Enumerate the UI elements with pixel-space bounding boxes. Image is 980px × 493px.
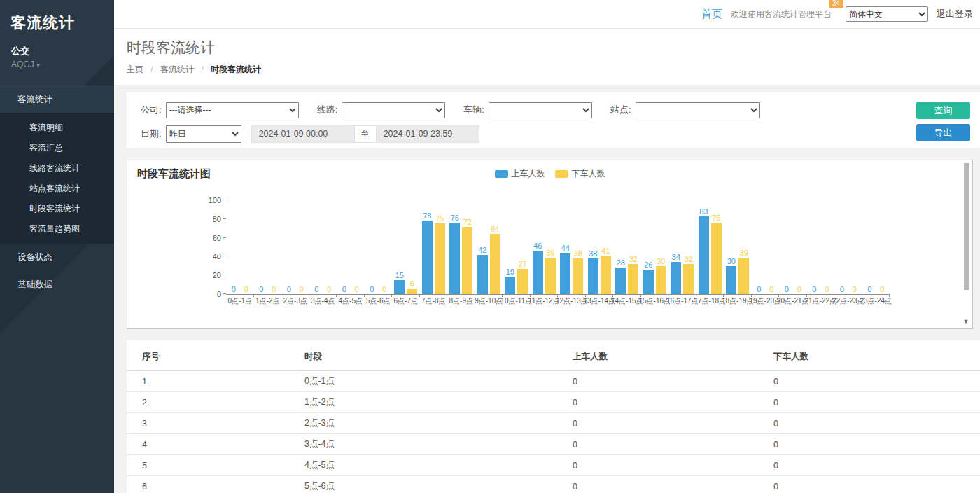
sidebar-subitem-2[interactable]: 线路客流统计 (0, 158, 114, 179)
sidebar-item-base-data[interactable]: 基础数据 (0, 271, 114, 298)
bar-value-label: 78 (423, 211, 431, 221)
sidebar-subitem-5[interactable]: 客流量趋势图 (0, 219, 114, 239)
bar-value-label: 19 (506, 268, 514, 277)
legend-item[interactable]: 上车人数 (495, 168, 545, 180)
chart-group: 384113点-14点 (586, 200, 614, 294)
x-axis-tick (281, 294, 281, 297)
bar-value-label: 75 (435, 214, 444, 223)
y-axis-tick-label: 40 (202, 252, 226, 261)
filter-panel: 公司: ---请选择--- 线路: 车辆: 站点: 日期: (127, 92, 980, 148)
table-row: 21点-2点00 (127, 392, 980, 413)
table-header-row: 序号 时段 上车人数 下车人数 (127, 343, 980, 371)
station-label: 站点: (610, 104, 631, 116)
bar (394, 280, 405, 294)
x-axis-label: 1点-2点 (255, 296, 279, 306)
x-axis-label: 4点-5点 (339, 296, 363, 306)
table-cell: 2 (127, 392, 289, 413)
bar-boarding: 42 (477, 200, 488, 294)
org-code-dropdown[interactable]: AQGJ ▾ (0, 57, 114, 69)
bar-value-label: 32 (685, 255, 693, 264)
table-row: 10点-1点00 (127, 371, 980, 392)
bar-value-label: 0 (314, 285, 318, 294)
sidebar-subitem-4[interactable]: 时段客流统计 (0, 199, 114, 219)
vehicle-select[interactable] (489, 102, 592, 118)
bar (490, 234, 500, 294)
bar-value-label: 0 (232, 285, 236, 294)
org-name: 公交 (0, 34, 114, 57)
scroll-down-arrow-icon[interactable]: ▼ (962, 317, 969, 326)
chart-group: 0020点-21点 (779, 200, 807, 294)
breadcrumb-passenger-stats[interactable]: 客流统计 (160, 64, 194, 74)
bar-value-label: 0 (797, 285, 802, 294)
date-label: 日期: (141, 127, 162, 140)
col-header-index: 序号 (127, 343, 289, 371)
table-cell: 0 (758, 434, 980, 455)
bar-value-label: 39 (740, 249, 748, 258)
breadcrumb-current: 时段客流统计 (211, 64, 261, 74)
line-select[interactable] (342, 102, 445, 118)
date-start-input[interactable] (251, 125, 355, 143)
bar-boarding: 0 (754, 200, 764, 294)
logout-link[interactable]: 退出登录 (937, 8, 973, 20)
bar-boarding: 0 (809, 200, 820, 294)
chart-group: 000点-1点 (226, 200, 254, 294)
bar (462, 227, 472, 294)
station-select[interactable] (636, 102, 760, 118)
breadcrumb-home[interactable]: 主页 (127, 64, 144, 74)
app-logo: 客流统计 (0, 0, 114, 34)
bar-value-label: 0 (370, 285, 374, 294)
table-row: 43点-4点00 (127, 434, 980, 455)
table-cell: 0 (557, 455, 758, 476)
chart-group: 1566点-7点 (392, 200, 420, 294)
scrollbar-thumb[interactable] (964, 163, 969, 290)
chart-group: 343216点-17点 (668, 200, 696, 294)
query-button[interactable]: 查询 (916, 102, 970, 119)
sidebar-subitem-1[interactable]: 客流汇总 (0, 138, 114, 158)
bar-alighting: 72 (462, 200, 472, 294)
export-button[interactable]: 导出 (916, 124, 970, 141)
x-axis-label: 11点-12点 (528, 296, 560, 306)
home-link[interactable]: 首页 (701, 8, 722, 21)
language-select[interactable]: 简体中文 (846, 6, 928, 22)
x-axis-tick (253, 294, 254, 297)
table-cell: 1点-2点 (289, 392, 557, 413)
date-preset-select[interactable]: 昨日 (166, 125, 241, 143)
table-cell: 0 (557, 413, 758, 434)
table-panel: 序号 时段 上车人数 下车人数 10点-1点0021点-2点0032点-3点00… (127, 340, 980, 493)
x-axis-tick (447, 294, 447, 297)
bar-alighting: 27 (517, 200, 528, 294)
y-axis-tick-label: 100 (202, 196, 226, 204)
x-axis-tick (889, 294, 890, 297)
sidebar-subitem-3[interactable]: 站点客流统计 (0, 179, 114, 199)
chart-group: 001点-2点 (254, 200, 282, 294)
chart-scrollbar[interactable]: ▼ (962, 163, 969, 326)
sidebar-item-passenger-stats[interactable]: 客流统计 (0, 87, 114, 113)
legend-item[interactable]: 下车人数 (555, 168, 606, 180)
chart-group: 002点-3点 (281, 200, 309, 294)
sidebar-menu: 客流统计 客流明细客流汇总线路客流统计站点客流统计时段客流统计客流量趋势图 设备… (0, 86, 114, 298)
bar-value-label: 30 (727, 257, 736, 266)
date-end-input[interactable] (376, 125, 479, 143)
breadcrumb: 主页 / 客流统计 / 时段客流统计 (127, 64, 980, 76)
bar-alighting: 0 (849, 200, 860, 294)
chart-group: 78757点-8点 (420, 200, 448, 294)
chart-group: 0022点-23点 (834, 200, 862, 294)
bar-value-label: 6 (410, 279, 414, 289)
bar (711, 223, 722, 294)
bar-value-label: 15 (396, 271, 404, 280)
chart-group: 76728点-9点 (447, 200, 475, 294)
bar-value-label: 0 (853, 285, 857, 294)
chart-group: 005点-6点 (365, 200, 393, 294)
bar-alighting: 39 (738, 200, 749, 294)
company-select[interactable]: ---请选择--- (166, 102, 299, 118)
sidebar-subitem-0[interactable]: 客流明细 (0, 118, 114, 138)
sidebar-item-device-status[interactable]: 设备状态 (0, 244, 114, 271)
table-row: 32点-3点00 (127, 413, 980, 434)
table-row: 54点-5点00 (127, 455, 980, 476)
y-axis-tick-label: 80 (202, 215, 226, 223)
bar-value-label: 0 (840, 285, 844, 294)
company-label: 公司: (141, 104, 162, 116)
notification-badge: 34 (829, 0, 844, 8)
bar-value-label: 0 (769, 285, 774, 294)
bar-value-label: 0 (867, 285, 872, 294)
